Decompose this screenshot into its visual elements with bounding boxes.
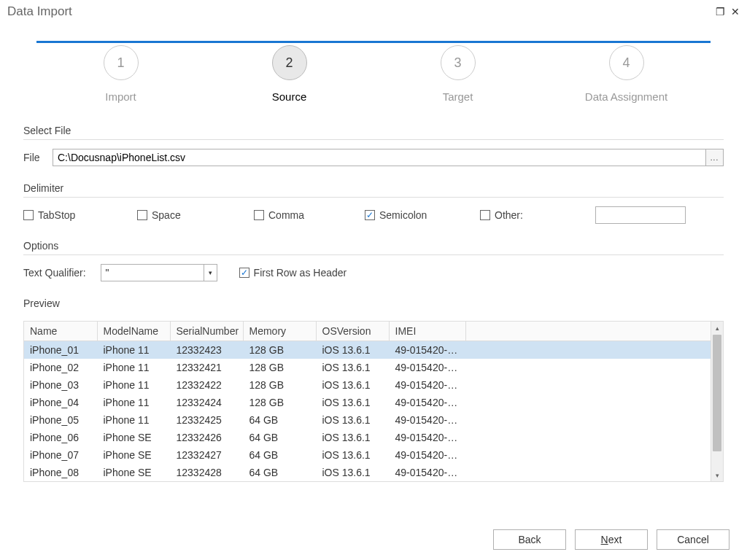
browse-button[interactable]: ... — [706, 149, 724, 166]
next-button-rest: ext — [608, 534, 622, 545]
delimiter-row: TabStop Space Comma Semicolon Other: — [23, 206, 724, 224]
file-input-wrap: ... — [53, 149, 724, 166]
table-cell: iPhone SE — [97, 446, 170, 464]
table-cell: iPhone_04 — [24, 394, 97, 411]
table-row[interactable]: iPhone_07iPhone SE1233242764 GBiOS 13.6.… — [24, 446, 723, 464]
step-line — [241, 41, 423, 43]
table-row[interactable]: iPhone_04iPhone 1112332424128 GBiOS 13.6… — [24, 394, 723, 411]
table-cell: iPhone 11 — [97, 376, 170, 394]
table-cell: 49-015420-3... — [389, 376, 465, 394]
table-row[interactable]: iPhone_06iPhone SE1233242664 GBiOS 13.6.… — [24, 429, 723, 446]
checkbox-icon[interactable] — [23, 210, 34, 220]
checkbox-label: TabStop — [38, 209, 75, 221]
table-cell-empty — [465, 359, 723, 376]
footer-buttons: Back Next Cancel — [493, 529, 729, 550]
table-cell: iPhone 11 — [97, 359, 170, 376]
table-cell-empty — [465, 429, 723, 446]
step-target[interactable]: 3 Target — [374, 45, 542, 103]
section-header: Options — [23, 240, 724, 255]
table-cell: iPhone 11 — [97, 394, 170, 411]
table-cell: iOS 13.6.1 — [316, 341, 389, 359]
section-delimiter: Delimiter TabStop Space Comma Semicolon … — [0, 182, 747, 224]
col-header[interactable]: Memory — [243, 322, 316, 341]
text-qualifier-label: Text Qualifier: — [23, 267, 86, 279]
file-row: File ... — [23, 149, 724, 166]
checkbox-icon[interactable] — [239, 268, 249, 278]
step-line — [423, 41, 638, 43]
checkbox-icon[interactable] — [137, 210, 147, 220]
table-cell: iOS 13.6.1 — [316, 376, 389, 394]
table-cell: 12332425 — [170, 411, 243, 429]
table-cell: 128 GB — [243, 376, 316, 394]
delimiter-space[interactable]: Space — [137, 209, 254, 221]
table-cell: 49-015420-3... — [389, 446, 465, 464]
table-cell: iOS 13.6.1 — [316, 411, 389, 429]
checkbox-icon[interactable] — [365, 210, 375, 220]
chevron-down-icon[interactable]: ▾ — [204, 265, 217, 281]
step-number: 4 — [609, 45, 644, 80]
next-button[interactable]: Next — [575, 529, 648, 550]
delimiter-semicolon[interactable]: Semicolon — [365, 209, 480, 221]
first-row-header[interactable]: First Row as Header — [239, 267, 353, 279]
table-cell: iOS 13.6.1 — [316, 429, 389, 446]
table-cell: 128 GB — [243, 341, 316, 359]
table-cell: iPhone SE — [97, 464, 170, 481]
table-cell: 64 GB — [243, 429, 316, 446]
table-cell-empty — [465, 446, 723, 464]
file-input[interactable] — [53, 149, 706, 166]
delimiter-comma[interactable]: Comma — [254, 209, 365, 221]
table-cell-empty — [465, 341, 723, 359]
delimiter-other[interactable]: Other: — [480, 209, 595, 221]
table-cell: 12332426 — [170, 429, 243, 446]
table-cell: 128 GB — [243, 359, 316, 376]
section-header: Select File — [23, 125, 724, 140]
next-button-label: N — [601, 534, 608, 545]
checkbox-icon[interactable] — [254, 210, 264, 220]
table-cell: iPhone_02 — [24, 359, 97, 376]
preview-table: Name ModelName SerialNumber Memory OSVer… — [24, 322, 723, 481]
window-title: Data Import — [7, 4, 72, 19]
col-header[interactable]: Name — [24, 322, 97, 341]
col-header[interactable]: SerialNumber — [170, 322, 243, 341]
table-row[interactable]: iPhone_02iPhone 1112332421128 GBiOS 13.6… — [24, 359, 723, 376]
table-cell: iPhone_08 — [24, 464, 97, 481]
checkbox-label: Space — [152, 209, 181, 221]
table-row[interactable]: iPhone_05iPhone 111233242564 GBiOS 13.6.… — [24, 411, 723, 429]
scroll-thumb[interactable] — [713, 335, 721, 451]
checkbox-label: Other: — [495, 209, 523, 221]
back-button[interactable]: Back — [493, 529, 566, 550]
table-cell: 12332422 — [170, 376, 243, 394]
step-data-assignment[interactable]: 4 Data Assignment — [542, 45, 711, 103]
text-qualifier-select[interactable]: " ▾ — [101, 264, 217, 281]
table-row[interactable]: iPhone_03iPhone 1112332422128 GBiOS 13.6… — [24, 376, 723, 394]
col-header[interactable]: OSVersion — [316, 322, 389, 341]
table-row[interactable]: iPhone_08iPhone SE1233242864 GBiOS 13.6.… — [24, 464, 723, 481]
table-cell: iOS 13.6.1 — [316, 359, 389, 376]
step-line — [638, 41, 711, 43]
table-cell: 64 GB — [243, 446, 316, 464]
table-cell: 49-015420-3... — [389, 464, 465, 481]
col-header[interactable]: IMEI — [389, 322, 465, 341]
table-cell: 49-015420-3... — [389, 341, 465, 359]
table-row[interactable]: iPhone_01iPhone 1112332423128 GBiOS 13.6… — [24, 341, 723, 359]
delimiter-other-input[interactable] — [595, 206, 686, 224]
vertical-scrollbar[interactable]: ▴ ▾ — [711, 322, 723, 481]
checkbox-label: Semicolon — [379, 209, 427, 221]
table-cell-empty — [465, 376, 723, 394]
close-icon[interactable]: ✕ — [731, 6, 740, 18]
file-label: File — [23, 152, 44, 163]
section-header: Delimiter — [23, 182, 724, 198]
step-source[interactable]: 2 Source — [205, 45, 374, 103]
step-import[interactable]: 1 Import — [36, 45, 205, 103]
scroll-up-icon[interactable]: ▴ — [711, 322, 723, 334]
table-cell: 12332424 — [170, 394, 243, 411]
col-header[interactable]: ModelName — [97, 322, 170, 341]
table-cell: 12332423 — [170, 341, 243, 359]
scroll-down-icon[interactable]: ▾ — [711, 469, 723, 481]
table-cell: 128 GB — [243, 394, 316, 411]
maximize-icon[interactable]: ❐ — [716, 6, 725, 18]
checkbox-icon[interactable] — [480, 210, 490, 220]
cancel-button[interactable]: Cancel — [657, 529, 729, 550]
table-cell: iOS 13.6.1 — [316, 446, 389, 464]
delimiter-tabstop[interactable]: TabStop — [23, 209, 137, 221]
